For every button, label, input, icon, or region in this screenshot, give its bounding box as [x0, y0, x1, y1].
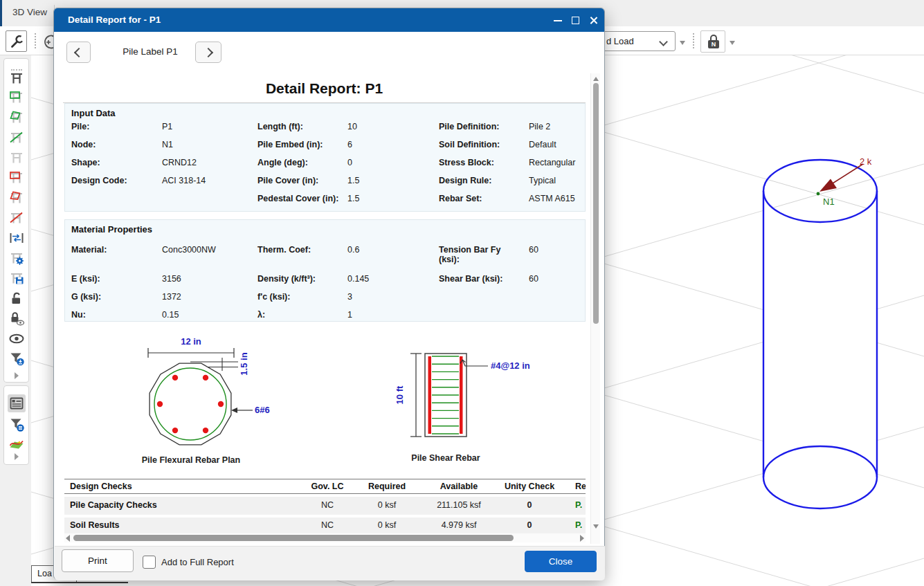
filter-list-icon	[8, 415, 26, 433]
field-value: 3	[347, 292, 352, 302]
field-value: Default	[529, 140, 556, 149]
tie-callout-label: #4@12 in	[491, 360, 530, 371]
dialog-footer	[55, 546, 605, 580]
result-value: P.	[575, 520, 586, 530]
box-deselect-button[interactable]	[8, 169, 26, 187]
next-pile-button[interactable]	[195, 42, 221, 63]
deselect-line-red-icon	[8, 209, 26, 227]
filter-results-button[interactable]	[8, 415, 26, 433]
print-button[interactable]: Print	[62, 549, 134, 572]
field-value: 60	[529, 245, 538, 255]
horizontal-scroll-thumb[interactable]	[73, 535, 514, 541]
invert-selection-button[interactable]	[8, 229, 26, 247]
field-label: Shear Bar (ksi):	[439, 274, 502, 284]
deselect-box-red-icon	[8, 169, 26, 187]
application-window: 3D View d Load N	[0, 0, 924, 586]
deselect-polygon-red-icon	[8, 189, 26, 207]
wrench-icon	[8, 33, 25, 50]
horizontal-scrollbar[interactable]	[64, 533, 586, 542]
box-select-button[interactable]	[8, 89, 26, 107]
cover-dimension-label: 1.5 in	[239, 352, 249, 375]
field-label: Pedestal Cover (in):	[257, 194, 338, 203]
add-to-full-report-label: Add to Full Report	[161, 557, 234, 567]
field-value: 1.5	[347, 176, 359, 185]
line-deselect-button[interactable]	[8, 209, 26, 227]
col-header-name: Design Checks	[70, 482, 132, 491]
field-value: 1	[347, 310, 352, 320]
lock-n-icon: N	[701, 30, 725, 53]
close-icon	[589, 16, 598, 25]
frame-save-icon	[8, 269, 26, 287]
shear-rebar-diagram: 10 ft #4@12 in Pile Shear Rebar	[395, 354, 530, 463]
report-toolbar	[3, 385, 29, 465]
table-row[interactable]: Pile Capacity Checks NC 0 ksf 211.105 ks…	[64, 497, 586, 515]
field-label: Pile:	[71, 122, 89, 131]
unlock-items-button[interactable]	[8, 289, 26, 307]
load-dropdown-expander[interactable]	[680, 41, 685, 45]
tab-3d-view[interactable]: 3D View	[12, 7, 47, 17]
save-selection-button[interactable]	[8, 269, 26, 287]
flexural-rebar-diagram: 12 in 1.5 in 6#6 Pile Flexural Rebar Pla…	[142, 336, 270, 465]
col-header-result: Re	[575, 482, 586, 491]
filter-import-icon	[8, 349, 26, 367]
detail-report-button[interactable]	[8, 394, 26, 412]
field-label: Tension Bar Fy (ksi):	[439, 245, 516, 264]
toolbar-group-handle-2[interactable]	[693, 33, 696, 48]
load-combination-dropdown[interactable]: d Load	[592, 31, 676, 51]
select-polygon-green-icon	[8, 109, 26, 127]
display-options-button[interactable]	[8, 329, 26, 347]
close-window-button[interactable]	[588, 15, 599, 26]
node-marker[interactable]	[817, 192, 820, 196]
scroll-left-icon[interactable]	[66, 535, 70, 542]
bar-callout-label: 6#6	[255, 405, 270, 415]
vertical-scroll-thumb[interactable]	[593, 83, 599, 324]
input-data-panel: Input Data Pile:P1 Node:N1 Shape:CRND12 …	[64, 103, 586, 212]
maximize-button[interactable]	[570, 15, 581, 26]
check-name: Soil Results	[70, 520, 120, 530]
polygon-select-button[interactable]	[8, 109, 26, 127]
field-value: 10	[347, 122, 357, 131]
report-title: Detail Report: P1	[63, 80, 586, 97]
col-header-required: Required	[356, 482, 418, 491]
field-label: E (ksi):	[71, 274, 100, 284]
col-header-gov-lc: Gov. LC	[296, 482, 359, 491]
chevron-down-icon	[659, 37, 668, 46]
toolbar-group-handle[interactable]	[35, 33, 37, 48]
field-value: Rectangular	[529, 158, 575, 167]
node-label: N1	[823, 196, 835, 207]
properties-wrench-button[interactable]	[6, 30, 27, 52]
minimize-button[interactable]	[552, 15, 563, 26]
selection-toolbar	[3, 58, 29, 383]
lock-nodes-button[interactable]: N	[700, 30, 725, 53]
lock-unselected-button[interactable]	[8, 309, 26, 327]
chevron-right-icon	[203, 47, 213, 57]
design-checks-table: Design Checks Gov. LC Required Available…	[64, 479, 586, 533]
add-to-full-report-checkbox[interactable]	[143, 556, 156, 569]
scroll-right-icon[interactable]	[580, 535, 584, 542]
select-none-button[interactable]	[8, 149, 26, 167]
lock-dropdown-expander[interactable]	[730, 41, 735, 45]
table-row[interactable]: Soil Results NC 0 ksf 4.979 ksf 0 P.	[64, 518, 586, 533]
vertical-scrollbar[interactable]	[590, 73, 600, 544]
frame-settings-icon	[8, 249, 26, 267]
filter-import-button[interactable]	[8, 349, 26, 367]
field-value: Typical	[529, 176, 556, 185]
selection-settings-button[interactable]	[8, 249, 26, 267]
scroll-down-icon[interactable]	[593, 524, 599, 529]
selection-toolbar-expander[interactable]	[8, 367, 26, 385]
select-box-green-icon	[8, 89, 26, 107]
scroll-up-icon[interactable]	[593, 77, 599, 81]
close-button[interactable]: Close	[525, 551, 597, 572]
width-dimension-label: 12 in	[181, 336, 201, 347]
eye-icon	[8, 329, 26, 347]
report-toolbar-expander[interactable]	[8, 448, 26, 466]
line-select-button[interactable]	[8, 129, 26, 147]
rebar-diagrams: 12 in 1.5 in 6#6 Pile Flexural Rebar Pla…	[64, 326, 586, 479]
frame-light-icon	[8, 149, 26, 167]
previous-pile-button[interactable]	[66, 42, 91, 63]
polygon-deselect-button[interactable]	[8, 189, 26, 207]
field-value: 0.145	[347, 274, 369, 284]
field-label: Pile Embed (in):	[257, 140, 323, 149]
select-all-button[interactable]	[8, 69, 26, 87]
col-header-available: Available	[421, 482, 497, 491]
